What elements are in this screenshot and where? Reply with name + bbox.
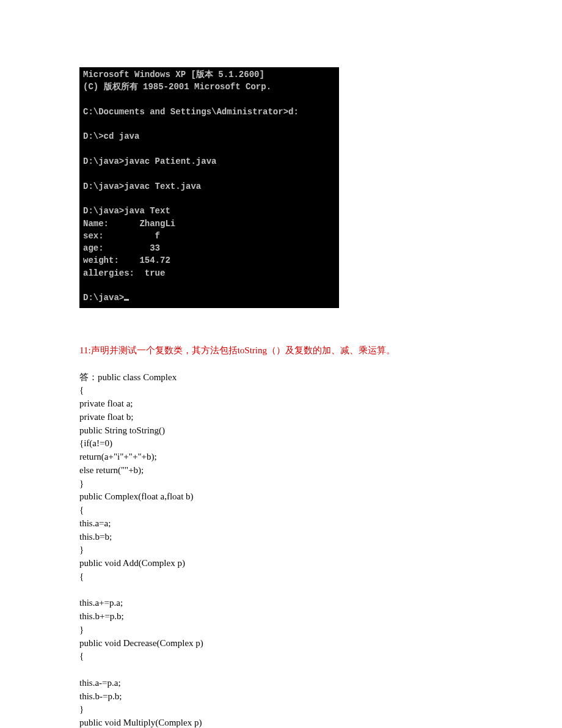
terminal-cursor-icon [124,299,129,301]
terminal-output: Microsoft Windows XP [版本 5.1.2600] (C) 版… [79,67,339,308]
answer-prefix: 答： [79,372,98,382]
terminal-line: sex: f [83,231,160,241]
terminal-line: age: 33 [83,243,160,253]
question-heading: 11:声明并测试一个复数类，其方法包括toString（）及复数的加、减、乘运算… [79,345,483,356]
terminal-line: allergies: true [83,268,165,278]
terminal-line: D:\>cd java [83,131,139,141]
terminal-line: weight: 154.72 [83,256,170,265]
terminal-line: C:\Documents and Settings\Administrator>… [83,107,299,117]
terminal-line: D:\java>java Text [83,206,170,216]
document-page: Microsoft Windows XP [版本 5.1.2600] (C) 版… [0,0,562,728]
terminal-line: D:\java>javac Patient.java [83,156,216,166]
spacer [79,308,483,345]
terminal-line: Name: ZhangLi [83,219,175,229]
question-text: 声明并测试一个复数类，其方法包括toString（）及复数的加、减、乘运算。 [91,345,395,355]
terminal-line: (C) 版权所有 1985-2001 Microsoft Corp. [83,82,271,92]
question-number: 11: [79,345,91,355]
terminal-line: D:\java>javac Text.java [83,182,201,191]
terminal-prompt: D:\java> [83,293,124,303]
answer-block: 答：public class Complex { private float a… [79,371,483,728]
answer-code: public class Complex { private float a; … [79,372,203,728]
terminal-line: Microsoft Windows XP [版本 5.1.2600] [83,70,265,79]
